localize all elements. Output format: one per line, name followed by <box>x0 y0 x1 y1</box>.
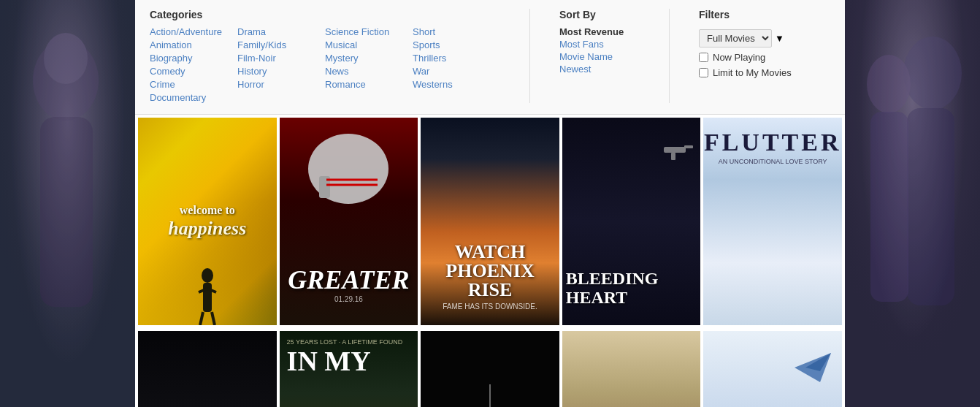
now-playing-filter[interactable]: Now Playing <box>699 52 816 63</box>
categories-title: Categories <box>150 9 500 20</box>
nav-bar: Categories Action/Adventure Animation Bi… <box>135 0 845 115</box>
svg-rect-8 <box>907 108 954 305</box>
left-figure <box>0 0 135 407</box>
svg-rect-12 <box>203 283 212 312</box>
svg-point-11 <box>202 268 213 283</box>
cat-crime[interactable]: Crime <box>150 79 237 90</box>
cat-short[interactable]: Short <box>413 26 500 37</box>
bleeding-heart-title: BLEEDING HEART <box>566 269 694 308</box>
watch-phoenix-title: WATCH PHOENIX RISE <box>428 243 552 300</box>
main-content: Categories Action/Adventure Animation Bi… <box>135 0 845 407</box>
movie-grid-row1: welcome to happiness <box>135 115 845 328</box>
cat-comedy[interactable]: Comedy <box>150 66 237 77</box>
now-playing-checkbox[interactable] <box>699 53 708 62</box>
inmy-sub: 25 YEARS LOST · A LIFETIME FOUND <box>287 338 403 346</box>
svg-point-9 <box>867 55 911 113</box>
filter-type-select[interactable]: Full Movies Trailers Clips All <box>699 29 772 47</box>
movie-poster-dark[interactable] <box>421 331 559 407</box>
category-column-2: Drama Family/Kids Film-Noir History Horr… <box>237 26 325 103</box>
svg-rect-6 <box>845 0 980 407</box>
cat-science-fiction[interactable]: Science Fiction <box>325 26 413 37</box>
cat-news[interactable]: News <box>325 66 413 77</box>
movie-grid-row2: DEVIOUS 25 YEARS LOST · A LIFETIME FOUND… <box>135 328 845 407</box>
cat-history[interactable]: History <box>237 66 325 77</box>
filters-title: Filters <box>699 9 816 20</box>
categories-section: Categories Action/Adventure Animation Bi… <box>150 9 500 103</box>
flutter-sub: AN UNCONDITIONAL LOVE STORY <box>719 158 827 165</box>
category-column-4: Short Sports Thrillers War Westerns <box>413 26 500 103</box>
my-movies-label: Limit to My Movies <box>713 67 792 78</box>
svg-point-7 <box>903 37 962 110</box>
cat-musical[interactable]: Musical <box>325 39 413 50</box>
sort-movie-name[interactable]: Movie Name <box>559 51 640 62</box>
sort-most-fans[interactable]: Most Fans <box>559 39 640 50</box>
cat-mystery[interactable]: Mystery <box>325 53 413 64</box>
cat-horror[interactable]: Horror <box>237 79 325 90</box>
separator-2 <box>669 9 670 103</box>
inmy-title: IN MY <box>287 349 371 373</box>
separator-1 <box>529 9 530 103</box>
sort-newest[interactable]: Newest <box>559 64 640 75</box>
watch-phoenix-sub: FAME HAS ITS DOWNSIDE. <box>443 303 537 311</box>
movie-poster-bleeding-heart[interactable]: BLEEDING HEART <box>562 118 701 325</box>
my-movies-checkbox[interactable] <box>699 68 708 77</box>
left-panel <box>0 0 135 407</box>
greater-date: 01.29.16 <box>334 295 363 303</box>
svg-rect-23 <box>671 153 675 160</box>
filters-section: Filters Full Movies Trailers Clips All ▼… <box>699 9 816 78</box>
svg-line-15 <box>200 312 203 325</box>
right-panel <box>845 0 980 407</box>
svg-line-16 <box>212 312 215 325</box>
right-figure <box>845 0 980 407</box>
movie-poster-flutter[interactable]: FLUTTER AN UNCONDITIONAL LOVE STORY <box>703 118 842 325</box>
cat-westerns[interactable]: Westerns <box>413 79 500 90</box>
movie-poster-welcome-to-happiness[interactable]: welcome to happiness <box>138 118 277 325</box>
svg-rect-3 <box>40 117 93 307</box>
svg-rect-22 <box>684 145 693 148</box>
cat-action-adventure[interactable]: Action/Adventure <box>150 26 237 37</box>
category-column-1: Action/Adventure Animation Biography Com… <box>150 26 237 103</box>
filter-dropdown-row: Full Movies Trailers Clips All ▼ <box>699 29 816 47</box>
movie-poster-watch-phoenix-rise[interactable]: WATCH PHOENIX RISE FAME HAS ITS DOWNSIDE… <box>421 118 559 325</box>
movie-poster-prophets-prey[interactable]: PROPHET'S PREY BY THE DISGRACE OF GOD... <box>562 331 701 407</box>
flutter-title: FLUTTER <box>704 129 842 156</box>
svg-rect-0 <box>0 0 135 407</box>
sort-most-revenue[interactable]: Most Revenue <box>559 26 640 37</box>
now-playing-label: Now Playing <box>713 52 765 63</box>
cat-romance[interactable]: Romance <box>325 79 413 90</box>
movie-poster-paper-planes[interactable]: PAPER PLANES <box>703 331 842 407</box>
svg-rect-21 <box>664 147 686 153</box>
cat-war[interactable]: War <box>413 66 500 77</box>
svg-point-4 <box>44 33 88 84</box>
categories-columns: Action/Adventure Animation Biography Com… <box>150 26 500 103</box>
sort-section: Sort By Most Revenue Most Fans Movie Nam… <box>559 9 640 75</box>
cat-biography[interactable]: Biography <box>150 53 237 64</box>
movie-poster-greater[interactable]: GREATER 01.29.16 <box>280 118 418 325</box>
movie-poster-in-my[interactable]: 25 YEARS LOST · A LIFETIME FOUND IN MY <box>280 331 418 407</box>
sort-title: Sort By <box>559 9 640 20</box>
my-movies-filter[interactable]: Limit to My Movies <box>699 67 816 78</box>
cat-family-kids[interactable]: Family/Kids <box>237 39 325 50</box>
svg-rect-10 <box>870 112 908 302</box>
category-column-3: Science Fiction Musical Mystery News Rom… <box>325 26 413 103</box>
cat-drama[interactable]: Drama <box>237 26 325 37</box>
cat-documentary[interactable]: Documentary <box>150 92 237 103</box>
dropdown-arrow-icon: ▼ <box>775 33 784 44</box>
svg-rect-1 <box>0 0 135 407</box>
cat-sports[interactable]: Sports <box>413 39 500 50</box>
svg-rect-5 <box>845 0 980 407</box>
cat-thrillers[interactable]: Thrillers <box>413 53 500 64</box>
cat-film-noir[interactable]: Film-Noir <box>237 53 325 64</box>
svg-point-2 <box>33 40 99 121</box>
cat-animation[interactable]: Animation <box>150 39 237 50</box>
movie-poster-devious[interactable]: DEVIOUS <box>138 331 277 407</box>
